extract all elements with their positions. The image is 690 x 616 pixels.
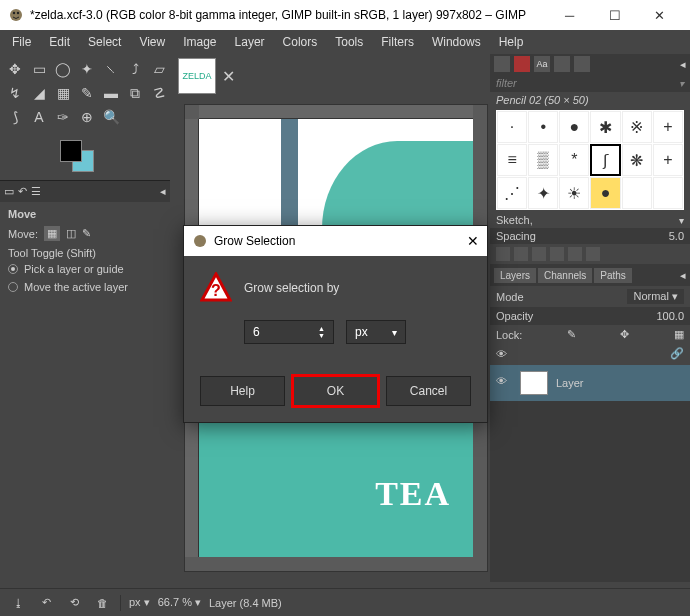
document-tab[interactable]: ZELDA ✕: [170, 54, 490, 98]
tab-menu-icon2[interactable]: ◂: [680, 58, 686, 71]
color-indicator[interactable]: [60, 140, 100, 172]
brush-item[interactable]: [622, 177, 652, 209]
tab-menu-icon[interactable]: ◂: [160, 185, 166, 198]
tab-brushes-icon[interactable]: [494, 56, 510, 72]
dialog-close-button[interactable]: ✕: [467, 233, 479, 249]
tool-fuzzy-select-icon[interactable]: ✦: [76, 58, 98, 80]
move-mode-selection-icon[interactable]: ✎: [82, 227, 91, 240]
unit-select[interactable]: px▾: [346, 320, 406, 344]
status-reset-icon[interactable]: ⟲: [64, 593, 84, 613]
close-doc-icon[interactable]: ✕: [222, 67, 235, 86]
menu-view[interactable]: View: [131, 33, 173, 51]
brush-item[interactable]: +: [653, 111, 683, 143]
brush-filter[interactable]: filter ▾: [490, 74, 690, 92]
menu-colors[interactable]: Colors: [275, 33, 326, 51]
brush-item[interactable]: ☀: [559, 177, 589, 209]
tool-gradient-icon[interactable]: ▦: [52, 82, 74, 104]
brush-item[interactable]: *: [559, 144, 589, 176]
lock-alpha-icon[interactable]: ▦: [674, 328, 684, 341]
tab-misc-icon[interactable]: [574, 56, 590, 72]
tool-colorpicker-icon[interactable]: ✑: [52, 106, 74, 128]
tool-free-select-icon[interactable]: ◯: [52, 58, 74, 80]
help-button[interactable]: Help: [200, 376, 285, 406]
close-button[interactable]: ✕: [637, 0, 682, 30]
tool-text-icon[interactable]: A: [28, 106, 50, 128]
menu-edit[interactable]: Edit: [41, 33, 78, 51]
tab-channels[interactable]: Channels: [538, 268, 592, 283]
tab-paths[interactable]: Paths: [594, 268, 632, 283]
brush-item[interactable]: ❋: [622, 144, 652, 176]
lock-position-icon[interactable]: ✥: [620, 328, 629, 341]
tool-eraser-icon[interactable]: ▬: [100, 82, 122, 104]
tab-layers[interactable]: Layers: [494, 268, 536, 283]
radio-pick-layer[interactable]: [8, 264, 18, 274]
tool-warp-icon[interactable]: ↯: [4, 82, 26, 104]
ok-button[interactable]: OK: [293, 376, 378, 406]
status-save-icon[interactable]: ⭳: [8, 593, 28, 613]
menu-help[interactable]: Help: [491, 33, 532, 51]
layer-name[interactable]: Layer: [556, 377, 584, 389]
tool-rect-select-icon[interactable]: ▭: [28, 58, 50, 80]
menu-file[interactable]: File: [4, 33, 39, 51]
tab-history-icon[interactable]: ☰: [31, 185, 41, 198]
brush-item[interactable]: •: [528, 111, 558, 143]
tab-menu-icon3[interactable]: ◂: [680, 269, 686, 282]
menu-filters[interactable]: Filters: [373, 33, 422, 51]
dup-brush-icon[interactable]: [532, 247, 546, 261]
tool-path-icon[interactable]: ⟆: [4, 106, 26, 128]
tab-docs-icon[interactable]: [554, 56, 570, 72]
tool-measure-icon[interactable]: ⊕: [76, 106, 98, 128]
tab-patterns-icon[interactable]: [514, 56, 530, 72]
tool-smudge-icon[interactable]: ☡: [148, 82, 170, 104]
radio-move-active[interactable]: [8, 282, 18, 292]
status-unit[interactable]: px ▾: [129, 596, 150, 609]
layer-item[interactable]: 👁 Layer: [490, 365, 690, 401]
brush-item-selected[interactable]: ʃ: [590, 144, 620, 176]
tool-zoom-icon[interactable]: 🔍: [100, 106, 122, 128]
opacity-value[interactable]: 100.0: [656, 310, 684, 322]
tab-tool-options-icon[interactable]: ▭: [4, 185, 14, 198]
move-mode-layer-icon[interactable]: ▦: [44, 226, 60, 241]
brush-item[interactable]: ●: [559, 111, 589, 143]
mode-select[interactable]: Normal ▾: [627, 289, 684, 304]
status-undo-icon[interactable]: ↶: [36, 593, 56, 613]
menu-select[interactable]: Select: [80, 33, 129, 51]
tab-fonts-icon[interactable]: Aa: [534, 56, 550, 72]
eye-icon[interactable]: 👁: [496, 375, 512, 391]
maximize-button[interactable]: ☐: [592, 0, 637, 30]
brush-item[interactable]: ⋰: [497, 177, 527, 209]
spacing-value[interactable]: 5.0: [669, 230, 684, 242]
new-brush-icon[interactable]: [514, 247, 528, 261]
lock-pixels-icon[interactable]: ✎: [567, 328, 576, 341]
cancel-button[interactable]: Cancel: [386, 376, 471, 406]
grow-amount-input[interactable]: 6 ▲▼: [244, 320, 334, 344]
tool-bucket-icon[interactable]: ◢: [28, 82, 50, 104]
menu-layer[interactable]: Layer: [227, 33, 273, 51]
tool-pencil-icon[interactable]: ✎: [76, 82, 98, 104]
brush-item[interactable]: [653, 177, 683, 209]
brush-item[interactable]: ※: [622, 111, 652, 143]
chevron-down-icon[interactable]: ▾: [679, 215, 684, 226]
tab-undo-icon[interactable]: ↶: [18, 185, 27, 198]
brush-item[interactable]: ●: [590, 177, 620, 209]
tool-transform-icon[interactable]: ▱: [148, 58, 170, 80]
status-zoom[interactable]: 66.7 % ▾: [158, 596, 201, 609]
brush-item[interactable]: ·: [497, 111, 527, 143]
minimize-button[interactable]: ─: [547, 0, 592, 30]
brush-item[interactable]: ✱: [590, 111, 620, 143]
open-brush-icon[interactable]: [586, 247, 600, 261]
tool-rotate-icon[interactable]: ⤴: [124, 58, 146, 80]
refresh-brush-icon[interactable]: [568, 247, 582, 261]
fg-color-swatch[interactable]: [60, 140, 82, 162]
menu-tools[interactable]: Tools: [327, 33, 371, 51]
tool-move-icon[interactable]: ✥: [4, 58, 26, 80]
status-delete-icon[interactable]: 🗑: [92, 593, 112, 613]
menu-windows[interactable]: Windows: [424, 33, 489, 51]
edit-brush-icon[interactable]: [496, 247, 510, 261]
brush-item[interactable]: ≡: [497, 144, 527, 176]
tool-crop-icon[interactable]: ⟍: [100, 58, 122, 80]
brush-item[interactable]: ▒: [528, 144, 558, 176]
brush-item[interactable]: ✦: [528, 177, 558, 209]
menu-image[interactable]: Image: [175, 33, 224, 51]
tool-clone-icon[interactable]: ⧉: [124, 82, 146, 104]
